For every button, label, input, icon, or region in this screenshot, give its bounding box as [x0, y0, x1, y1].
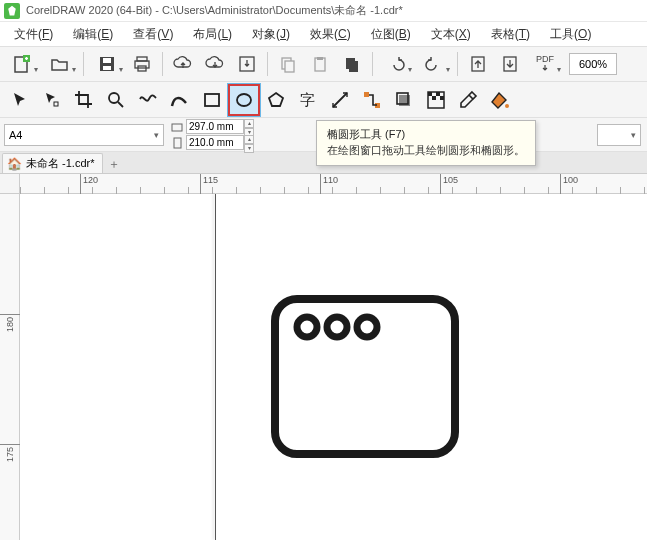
save-button[interactable]: ▾: [89, 50, 125, 78]
menu-bar: 文件(F) 编辑(E) 查看(V) 布局(L) 对象(J) 效果(C) 位图(B…: [0, 22, 647, 46]
fill-tool[interactable]: [484, 84, 516, 116]
drawing-canvas[interactable]: [20, 194, 647, 540]
svg-rect-12: [317, 57, 323, 60]
svg-rect-17: [54, 102, 58, 106]
tooltip-body: 在绘图窗口拖动工具绘制圆形和椭圆形。: [327, 143, 525, 159]
svg-rect-28: [436, 92, 440, 96]
rectangle-tool[interactable]: [196, 84, 228, 116]
units-combo[interactable]: ▾: [597, 124, 641, 146]
height-spinner[interactable]: ▴▾: [244, 135, 254, 150]
svg-rect-14: [349, 61, 358, 72]
tooltip: 椭圆形工具 (F7) 在绘图窗口拖动工具绘制圆形和椭圆形。: [316, 120, 536, 166]
menu-file[interactable]: 文件(F): [4, 23, 63, 46]
import-button[interactable]: [232, 50, 262, 78]
zoom-combo[interactable]: 600%: [569, 53, 617, 75]
transparency-tool[interactable]: [420, 84, 452, 116]
svg-point-36: [327, 317, 347, 337]
menu-layout[interactable]: 布局(L): [183, 23, 242, 46]
separator: [267, 52, 268, 76]
toolbox: 字: [0, 82, 647, 118]
paste-button[interactable]: [305, 50, 335, 78]
document-tab-label: 未命名 -1.cdr*: [26, 156, 94, 171]
svg-rect-3: [103, 58, 111, 63]
menu-object[interactable]: 对象(J): [242, 23, 300, 46]
print-button[interactable]: [127, 50, 157, 78]
separator: [83, 52, 84, 76]
menu-text[interactable]: 文本(X): [421, 23, 481, 46]
page-height-input[interactable]: 210.0 mm: [186, 135, 244, 150]
svg-rect-4: [103, 66, 111, 70]
menu-tools[interactable]: 工具(O): [540, 23, 601, 46]
page-dimensions: 297.0 mm ▴▾ 210.0 mm ▴▾: [170, 119, 254, 151]
parallel-dim-tool[interactable]: [324, 84, 356, 116]
separator: [457, 52, 458, 76]
property-bar: A4▾ 297.0 mm ▴▾ 210.0 mm ▴▾ 椭圆形工具 (F7) 在…: [0, 118, 647, 152]
svg-rect-29: [432, 96, 436, 100]
svg-rect-19: [205, 94, 219, 106]
svg-point-35: [297, 317, 317, 337]
cloud-down-button[interactable]: [200, 50, 230, 78]
redo-button[interactable]: ▾: [416, 50, 452, 78]
menu-view[interactable]: 查看(V): [123, 23, 183, 46]
vertical-ruler[interactable]: 180 175: [0, 194, 20, 540]
width-spinner[interactable]: ▴▾: [244, 119, 254, 134]
standard-toolbar: ▾ ▾ ▾ ▾ ▾ PDF▾ 600%: [0, 46, 647, 82]
svg-rect-10: [285, 61, 294, 72]
separator: [162, 52, 163, 76]
import-button-2[interactable]: [463, 50, 493, 78]
connector-tool[interactable]: [356, 84, 388, 116]
menu-effect[interactable]: 效果(C): [300, 23, 361, 46]
open-button[interactable]: ▾: [42, 50, 78, 78]
svg-rect-22: [364, 92, 369, 97]
svg-point-37: [357, 317, 377, 337]
svg-rect-30: [440, 96, 444, 100]
pick-tool[interactable]: [4, 84, 36, 116]
ellipse-tool[interactable]: [228, 84, 260, 116]
shape-tool[interactable]: [36, 84, 68, 116]
ruler-origin[interactable]: [0, 174, 20, 194]
app-icon: [4, 3, 20, 19]
home-icon: 🏠: [7, 157, 22, 171]
width-icon: [170, 120, 184, 134]
svg-text:字: 字: [300, 92, 315, 108]
tooltip-title: 椭圆形工具 (F7): [327, 127, 525, 143]
new-button[interactable]: ▾: [4, 50, 40, 78]
drop-shadow-tool[interactable]: [388, 84, 420, 116]
polygon-tool[interactable]: [260, 84, 292, 116]
svg-point-31: [505, 104, 509, 108]
page-width-input[interactable]: 297.0 mm: [186, 119, 244, 134]
svg-point-20: [237, 94, 251, 106]
freehand-tool[interactable]: [132, 84, 164, 116]
cut-button[interactable]: [337, 50, 367, 78]
separator: [372, 52, 373, 76]
export-pdf-button[interactable]: PDF▾: [527, 50, 563, 78]
crop-tool[interactable]: [68, 84, 100, 116]
undo-button[interactable]: ▾: [378, 50, 414, 78]
eyedropper-tool[interactable]: [452, 84, 484, 116]
artistic-media-tool[interactable]: [164, 84, 196, 116]
copy-button[interactable]: [273, 50, 303, 78]
svg-rect-32: [172, 124, 182, 131]
page-edge: [215, 194, 216, 540]
document-tab[interactable]: 🏠 未命名 -1.cdr*: [2, 153, 103, 173]
zoom-tool[interactable]: [100, 84, 132, 116]
page-size-combo[interactable]: A4▾: [4, 124, 164, 146]
menu-edit[interactable]: 编辑(E): [63, 23, 123, 46]
svg-point-18: [109, 93, 119, 103]
export-button[interactable]: [495, 50, 525, 78]
menu-bitmap[interactable]: 位图(B): [361, 23, 421, 46]
work-area: 120 115 110 105 100 180 175: [0, 174, 647, 540]
cloud-up-button[interactable]: [168, 50, 198, 78]
title-bar: CorelDRAW 2020 (64-Bit) - C:\Users\Admin…: [0, 0, 647, 22]
height-icon: [170, 136, 184, 150]
add-tab-button[interactable]: ＋: [105, 155, 123, 173]
svg-rect-27: [428, 92, 432, 96]
menu-table[interactable]: 表格(T): [481, 23, 540, 46]
window-title: CorelDRAW 2020 (64-Bit) - C:\Users\Admin…: [26, 3, 403, 18]
canvas-artwork: [270, 294, 460, 459]
svg-rect-6: [135, 61, 149, 68]
svg-rect-33: [174, 138, 181, 148]
text-tool[interactable]: 字: [292, 84, 324, 116]
horizontal-ruler[interactable]: 120 115 110 105 100: [20, 174, 647, 194]
